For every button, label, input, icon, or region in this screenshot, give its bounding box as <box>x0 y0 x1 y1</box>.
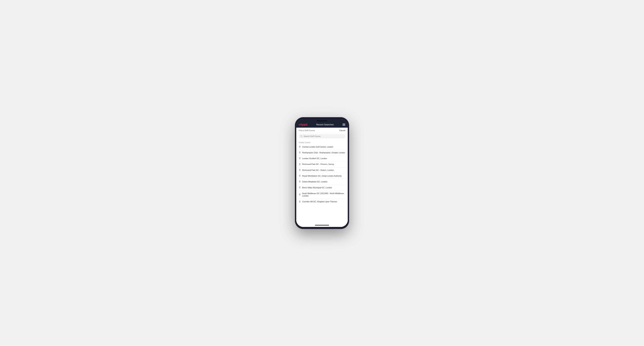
nearby-label: Nearby courses <box>296 140 348 144</box>
location-pin-icon <box>299 180 301 183</box>
svg-line-1 <box>302 136 302 137</box>
cancel-button[interactable]: Cancel <box>339 129 345 132</box>
location-pin-icon <box>299 193 301 196</box>
content-area: Find a Golf Course Cancel Nearby courses <box>296 128 348 224</box>
list-item[interactable]: London Scottish GC, London <box>296 156 348 161</box>
course-name: Coombe Hill GC, Kingston upon Thames <box>302 200 337 203</box>
search-container <box>296 133 348 140</box>
list-item[interactable]: Royal Wimbledon GC, Great London Authori… <box>296 173 348 179</box>
course-name: Roehampton Club - Roehampton, Greater Lo… <box>302 152 345 154</box>
nearby-courses-section: Nearby courses Central London Golf Centr… <box>296 140 348 224</box>
course-name: Dukes Meadows GC, London <box>302 180 328 183</box>
course-name: London Scottish GC, London <box>302 157 327 160</box>
notch-bar <box>296 119 348 122</box>
location-pin-icon <box>299 175 301 177</box>
menu-icon[interactable] <box>342 124 345 126</box>
course-name: Richmond Park GC - Duke's, London <box>302 169 334 171</box>
home-bar <box>315 225 329 225</box>
course-name: Royal Wimbledon GC, Great London Authori… <box>302 175 342 177</box>
list-item[interactable]: Richmond Park GC - Duke's, London <box>296 167 348 173</box>
search-icon <box>300 135 302 137</box>
location-pin-icon <box>299 146 301 148</box>
location-pin-icon <box>299 186 301 189</box>
list-item[interactable]: Coombe Hill GC, Kingston upon Thames <box>296 199 348 204</box>
course-name: Brent Valley Municipal GC, London <box>302 186 332 189</box>
list-item[interactable]: Brent Valley Municipal GC, London <box>296 185 348 190</box>
find-header: Find a Golf Course Cancel <box>296 128 348 133</box>
search-input[interactable] <box>304 135 344 137</box>
phone-frame: clippd Recent Searches Find a Golf Cours… <box>295 117 349 229</box>
list-item[interactable]: Roehampton Club - Roehampton, Greater Lo… <box>296 150 348 156</box>
location-pin-icon <box>299 163 301 166</box>
course-name: Central London Golf Centre, London <box>302 146 333 148</box>
notch <box>317 120 327 121</box>
list-item[interactable]: Dukes Meadows GC, London <box>296 179 348 185</box>
location-pin-icon <box>299 200 301 203</box>
nav-title: Recent Searches <box>316 123 334 126</box>
find-label: Find a Golf Course <box>299 129 315 132</box>
location-pin-icon <box>299 157 301 160</box>
home-indicator <box>296 224 348 227</box>
course-name: North Middlesex GC (1011942 - North Midd… <box>302 192 345 197</box>
search-box[interactable] <box>299 134 345 138</box>
app-logo: clippd <box>299 123 308 126</box>
list-item[interactable]: Central London Golf Centre, London <box>296 144 348 150</box>
list-item[interactable]: Richmond Park GC - Prince's, Surrey <box>296 161 348 167</box>
phone-screen: clippd Recent Searches Find a Golf Cours… <box>296 119 348 227</box>
course-name: Richmond Park GC - Prince's, Surrey <box>302 163 334 166</box>
list-item[interactable]: North Middlesex GC (1011942 - North Midd… <box>296 190 348 199</box>
top-nav: clippd Recent Searches <box>296 122 348 128</box>
location-pin-icon <box>299 169 301 171</box>
location-pin-icon <box>299 152 301 154</box>
